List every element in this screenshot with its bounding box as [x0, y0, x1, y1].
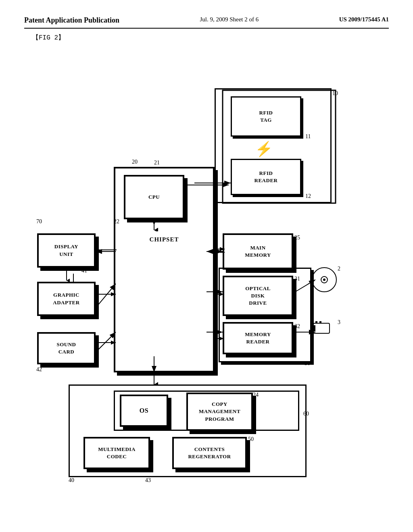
ref-70: 70 [36, 218, 42, 225]
usb-icon [311, 319, 338, 339]
ref-50: 50 [248, 436, 254, 443]
ref-41: 41 [81, 268, 87, 274]
lightning-icon: ⚡ [255, 141, 273, 158]
disk-icon [311, 267, 338, 293]
multimedia-box: MULTIMEDIACODEC [83, 437, 150, 469]
header-center: Jul. 9, 2009 Sheet 2 of 6 [200, 16, 259, 23]
svg-point-18 [323, 278, 325, 281]
ref-60: 60 [303, 411, 309, 417]
ref-22: 22 [114, 218, 119, 225]
cpu-box: CPU [124, 175, 184, 219]
ref-43: 43 [145, 477, 151, 484]
soundcard-chipset-arrow [94, 339, 117, 346]
ref-12: 12 [305, 193, 311, 200]
figure-label: 【FIG 2】 [32, 33, 389, 42]
sound-card-box: SOUNDCARD [37, 332, 96, 364]
ref-11: 11 [305, 133, 311, 140]
cpu-chipset-arrow [150, 219, 158, 231]
chipset-label: CHIPSET [120, 227, 209, 251]
contents-regen-box: CONTENTSREGENERATOR [172, 437, 247, 469]
page-header: Patent Application Publication Jul. 9, 2… [24, 16, 389, 29]
svg-rect-22 [319, 321, 321, 323]
chipset-storage-arrow [150, 372, 158, 386]
page: Patent Application Publication Jul. 9, 2… [0, 0, 413, 532]
svg-rect-20 [311, 325, 315, 331]
chipset-memory-arrow [213, 247, 225, 255]
ref-42: 42 [36, 366, 42, 373]
header-right: US 2009/175445 A1 [339, 16, 389, 23]
rfid-reader-box: RFIDREADER [231, 159, 301, 195]
cpu-rfid-arrow [184, 175, 233, 195]
display-unit-box: DISPLAYUNIT [37, 233, 96, 268]
os-box: OS [120, 395, 168, 427]
chipset-display-arrow [94, 247, 117, 253]
main-memory-box: MAINMEMORY [223, 233, 293, 270]
ref-24: 24 [253, 392, 259, 398]
display-graphic-arrow [63, 268, 70, 282]
ref-20: 20 [132, 159, 138, 165]
ref-21: 21 [154, 160, 160, 166]
graphic-chipset-arrow [94, 291, 117, 297]
svg-rect-19 [313, 323, 330, 333]
svg-rect-21 [315, 321, 317, 323]
ref-40: 40 [69, 477, 74, 484]
copy-mgmt-box: COPYMANAGEMENTPROGRAM [186, 393, 253, 431]
header-left: Patent Application Publication [24, 16, 119, 25]
ref-2: 2 [338, 266, 340, 272]
ref-3: 3 [338, 319, 340, 326]
graphic-adapter-box: GRAPHICADAPTER [37, 282, 96, 316]
storage-outer-box [219, 268, 311, 362]
rfid-tag-box: RFIDTAG [231, 96, 301, 137]
ref-10: 10 [332, 90, 338, 97]
ref-25: 25 [294, 235, 300, 241]
diagram: RFIDTAG ⚡ RFIDREADER 10 11 12 CPU 20 21 … [25, 50, 388, 493]
